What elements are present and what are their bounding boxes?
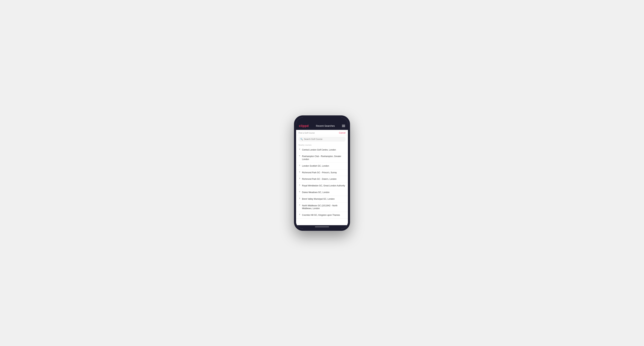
menu-icon[interactable] [342, 125, 345, 127]
list-item[interactable]: 📍Coombe Hill GC, Kingston upon Thames [296, 212, 348, 218]
location-pin-icon: 📍 [298, 165, 301, 167]
location-pin-icon: 📍 [298, 171, 301, 173]
find-header: Find a Golf Course Cancel [296, 130, 348, 135]
phone-screen: clippd Recent Searches Find a Golf Cours… [296, 118, 348, 229]
course-name: Royal Wimbledon GC, Great London Authori… [302, 184, 345, 187]
location-pin-icon: 📍 [298, 149, 301, 151]
list-item[interactable]: 📍Roehampton Club - Roehampton, Greater L… [296, 153, 348, 163]
location-pin-icon: 📍 [298, 155, 301, 157]
course-name: Central London Golf Centre, London [302, 149, 336, 152]
nav-bar: clippd Recent Searches [296, 123, 348, 130]
course-name: Dukes Meadows GC, London [302, 191, 330, 194]
search-icon: 🔍 [300, 138, 303, 140]
content-area: Find a Golf Course Cancel 🔍 Nearby cours… [296, 130, 348, 225]
phone-frame: clippd Recent Searches Find a Golf Cours… [294, 115, 350, 231]
search-box: 🔍 [298, 137, 346, 142]
location-pin-icon: 📍 [298, 198, 301, 200]
course-name: Brent Valley Municipal GC, London [302, 197, 334, 200]
list-item[interactable]: 📍Dukes Meadows GC, London [296, 189, 348, 196]
course-name: Roehampton Club - Roehampton, Greater Lo… [302, 155, 346, 161]
home-indicator [296, 225, 348, 229]
status-bar [296, 118, 348, 123]
app-logo: clippd [299, 124, 309, 128]
list-item[interactable]: 📍London Scottish GC, London [296, 163, 348, 170]
search-input[interactable] [304, 138, 344, 140]
search-box-wrap: 🔍 [296, 135, 348, 143]
list-item[interactable]: 📍Brent Valley Municipal GC, London [296, 196, 348, 202]
course-name: North Middlesex GC (1011942 - North Midd… [302, 204, 346, 210]
location-pin-icon: 📍 [298, 178, 301, 180]
course-name: London Scottish GC, London [302, 165, 329, 168]
location-pin-icon: 📍 [298, 191, 301, 193]
nav-title: Recent Searches [316, 125, 334, 127]
course-name: Richmond Park GC - Duke's, London [302, 178, 336, 180]
cancel-button[interactable]: Cancel [339, 132, 346, 134]
location-pin-icon: 📍 [298, 204, 301, 206]
list-item[interactable]: 📍Royal Wimbledon GC, Great London Author… [296, 182, 348, 189]
location-pin-icon: 📍 [298, 184, 301, 186]
nearby-label: Nearby courses [296, 143, 348, 147]
course-name: Coombe Hill GC, Kingston upon Thames [302, 214, 340, 217]
list-item[interactable]: 📍Central London Golf Centre, London [296, 147, 348, 153]
home-bar [315, 227, 329, 227]
list-item[interactable]: 📍Richmond Park GC - Prince's, Surrey [296, 170, 348, 176]
list-item[interactable]: 📍North Middlesex GC (1011942 - North Mid… [296, 202, 348, 212]
course-list: 📍Central London Golf Centre, London📍Roeh… [296, 147, 348, 225]
location-pin-icon: 📍 [298, 214, 301, 216]
course-name: Richmond Park GC - Prince's, Surrey [302, 171, 337, 174]
list-item[interactable]: 📍Richmond Park GC - Duke's, London [296, 176, 348, 182]
find-label: Find a Golf Course [298, 132, 315, 134]
